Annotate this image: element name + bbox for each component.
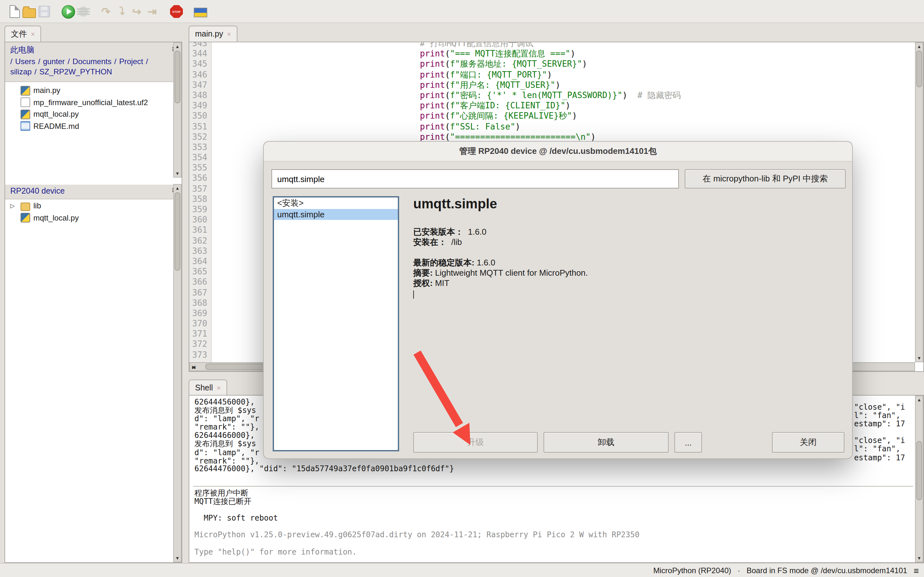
line-number: 344 bbox=[189, 49, 211, 59]
device-scrollbar[interactable]: ▲▼ bbox=[173, 184, 182, 562]
status-menu-icon[interactable]: ≡ bbox=[914, 565, 919, 575]
code-line-346: print(f"端口: {MQTT_PORT}") bbox=[400, 69, 915, 80]
shell-line bbox=[194, 523, 640, 531]
upgrade-button[interactable]: 升级 bbox=[413, 432, 538, 453]
upgrade-button-label: 升级 bbox=[467, 437, 484, 448]
package-manager-dialog: 管理 RP2040 device @ /dev/cu.usbmodem14101… bbox=[263, 141, 853, 459]
tree-item-README.md[interactable]: README.md bbox=[5, 120, 182, 132]
uninstall-button-label: 卸载 bbox=[598, 437, 614, 448]
search-pypi-button-label: 在 micropython-lib 和 PyPI 中搜索 bbox=[703, 173, 828, 185]
line-number: 362 bbox=[189, 235, 211, 246]
shell-separator bbox=[193, 486, 913, 487]
line-number: 364 bbox=[189, 256, 211, 267]
line-number: 348 bbox=[189, 90, 211, 101]
uninstall-button[interactable]: 卸载 bbox=[543, 432, 669, 453]
latest-version-row: 最新的稳定版本: 1.6.0 bbox=[413, 258, 843, 268]
summary-row: 摘要: Lightweight MQTT client for MicroPyt… bbox=[413, 268, 843, 278]
close-icon[interactable]: × bbox=[217, 384, 221, 392]
line-number: 356 bbox=[189, 173, 211, 184]
shell-line bbox=[194, 540, 640, 548]
step-over-icon: ↷ bbox=[99, 5, 113, 19]
code-line-343: # 打印MQTT配置信息用于调试 bbox=[400, 42, 915, 49]
code-line-349: print(f"客户端ID: {CLIENT_ID}") bbox=[400, 101, 915, 111]
computer-section-header: 此电脑 ≡ / Users / gunter / Documents / Pro… bbox=[5, 42, 182, 82]
shell-vscrollbar[interactable]: ▲▼ bbox=[915, 396, 923, 562]
installed-version-row: 已安装版本： 1.6.0 bbox=[413, 227, 843, 237]
dialog-titlebar: 管理 RP2040 device @ /dev/cu.usbmodem14101… bbox=[264, 142, 852, 161]
device-section-header: RP2040 device ≡ bbox=[5, 185, 182, 199]
line-number: 352 bbox=[189, 132, 211, 142]
close-button-label: 关闭 bbox=[800, 437, 817, 448]
line-number: 347 bbox=[189, 80, 211, 90]
line-number: 349 bbox=[189, 101, 211, 111]
close-icon[interactable]: × bbox=[31, 30, 35, 38]
line-number: 373 bbox=[189, 350, 211, 360]
package-list[interactable]: <安装>umqtt.simple bbox=[273, 196, 399, 451]
stop-icon[interactable]: STOP bbox=[170, 5, 184, 19]
package-list-item[interactable]: umqtt.simple bbox=[274, 209, 398, 220]
tree-item-mqtt_local.py[interactable]: mqtt_local.py bbox=[5, 108, 182, 120]
install-location-row: 安装在： /lib bbox=[413, 237, 843, 247]
language-flag-icon[interactable] bbox=[193, 5, 207, 19]
shell-output-left: 62644456000}, 发布消息到 $sys d": "lamp", "r … bbox=[194, 398, 259, 466]
shell-output-right: "close", "i l": "fan", estamp": 17 "clos… bbox=[854, 403, 905, 462]
save-icon bbox=[37, 5, 51, 19]
tab-files[interactable]: 文件× bbox=[5, 26, 41, 42]
file-name-label: lib bbox=[33, 201, 41, 211]
close-icon[interactable]: × bbox=[227, 30, 231, 38]
code-line-347: print(f"用户名: {MQTT_USER}") bbox=[400, 80, 915, 90]
tree-item-mp_firmware_unofficial_latest.uf2[interactable]: mp_firmware_unofficial_latest.uf2 bbox=[5, 97, 182, 108]
line-number: 353 bbox=[189, 142, 211, 153]
text-cursor bbox=[413, 290, 414, 299]
line-number: 365 bbox=[189, 267, 211, 277]
package-details: umqtt.simple 已安装版本： 1.6.0 安装在： /lib 最新的稳… bbox=[413, 196, 843, 299]
tree-item-main.py[interactable]: main.py bbox=[5, 85, 182, 97]
debug-icon bbox=[76, 5, 90, 19]
expander-icon[interactable]: ▷ bbox=[10, 203, 17, 210]
line-number: 367 bbox=[189, 287, 211, 298]
tree-item-lib[interactable]: ▷lib bbox=[5, 200, 182, 212]
interpreter-label[interactable]: MicroPython (RP2040) bbox=[653, 566, 731, 575]
shell-line: MicroPython v1.25.0-preview.49.g0625f07a… bbox=[194, 531, 640, 540]
file-name-label: mqtt_local.py bbox=[33, 110, 79, 119]
package-list-item[interactable]: <安装> bbox=[274, 197, 398, 209]
line-number: 350 bbox=[189, 111, 211, 121]
line-number: 360 bbox=[189, 215, 211, 225]
open-folder-icon[interactable] bbox=[22, 5, 36, 19]
editor-vscrollbar[interactable]: ▲▼ bbox=[915, 42, 923, 362]
device-header-label: RP2040 device bbox=[10, 187, 176, 195]
line-number: 371 bbox=[189, 329, 211, 340]
python-file-icon bbox=[21, 110, 30, 119]
line-number: 345 bbox=[189, 59, 211, 69]
line-number: 370 bbox=[189, 319, 211, 329]
search-pypi-button[interactable]: 在 micropython-lib 和 PyPI 中搜索 bbox=[685, 169, 846, 189]
python-file-icon bbox=[21, 213, 30, 223]
breadcrumb[interactable]: / Users / gunter / Documents / Project /… bbox=[10, 57, 176, 77]
status-bar: MicroPython (RP2040) · Board in FS mode … bbox=[0, 563, 924, 577]
line-number: 366 bbox=[189, 277, 211, 287]
line-number: 351 bbox=[189, 121, 211, 132]
new-file-icon[interactable] bbox=[8, 5, 22, 19]
line-number: 359 bbox=[189, 205, 211, 215]
code-line-344: print("=== MQTT连接配置信息 ===") bbox=[400, 49, 915, 59]
more-button[interactable]: ... bbox=[674, 432, 702, 453]
code-line-350: print(f"心跳间隔: {KEEPALIVE}秒") bbox=[400, 111, 915, 121]
line-number: 343 bbox=[189, 42, 211, 49]
files-scrollbar[interactable]: ▲▼ bbox=[173, 42, 182, 177]
tab-main-py-label: main.py bbox=[195, 29, 223, 39]
file-name-label: mqtt_local.py bbox=[33, 213, 79, 222]
line-number-gutter: 3433443453463473483493503513523533543553… bbox=[189, 42, 212, 362]
run-icon[interactable] bbox=[61, 5, 75, 19]
tab-main-py[interactable]: main.py× bbox=[189, 26, 237, 42]
toolbar: ↷ ⤵ ↪ ⇥ STOP bbox=[0, 0, 924, 23]
code-line-345: print(f"服务器地址: {MQTT_SERVER}") bbox=[400, 59, 915, 69]
step-out-icon: ↪ bbox=[129, 5, 144, 19]
step-into-icon: ⤵ bbox=[115, 5, 129, 19]
code-line-351: print(f"SSL: False") bbox=[400, 121, 915, 132]
tree-item-mqtt_local.py[interactable]: mqtt_local.py bbox=[5, 212, 182, 224]
tab-shell[interactable]: Shell× bbox=[189, 380, 227, 396]
close-button[interactable]: 关闭 bbox=[772, 432, 845, 453]
line-number: 358 bbox=[189, 194, 211, 205]
package-search-input[interactable] bbox=[271, 169, 679, 189]
shell-output-line: 62644476000}, "did": "15da57749a37ef0fa0… bbox=[194, 465, 454, 473]
